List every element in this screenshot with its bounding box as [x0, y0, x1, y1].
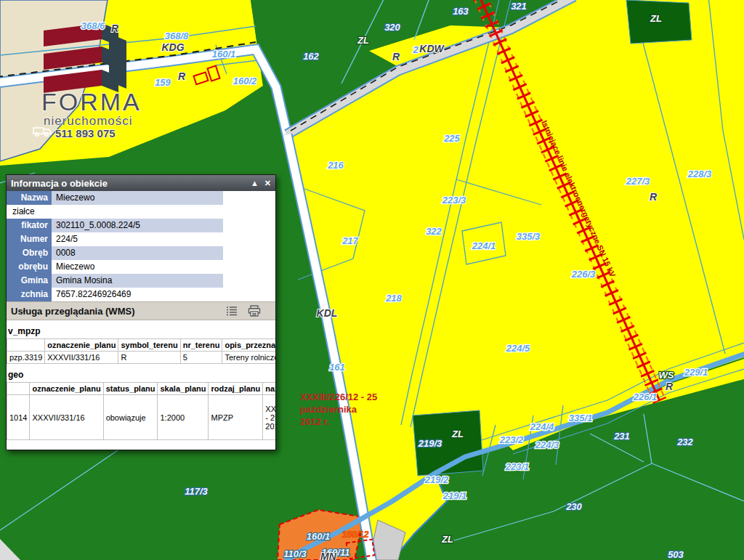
- table-cell: Tereny rolnicze: [222, 352, 276, 364]
- parcel-label: 230: [565, 501, 582, 512]
- parcel-label: 226/1: [633, 391, 658, 402]
- table-cell: MPZP: [209, 395, 263, 440]
- table-header: rodzaj_planu: [209, 383, 263, 395]
- parcel-label: ZL: [441, 534, 453, 545]
- parcel-label: 163: [453, 6, 469, 17]
- zone-symbol-label: R: [392, 51, 400, 62]
- attribute-row: Numer224/5: [7, 232, 275, 246]
- annotation-text: 2012 r.: [300, 416, 330, 427]
- attribute-value: Gmina Mosina: [52, 274, 223, 288]
- table-header: opis_przeznaczenia: [222, 339, 276, 352]
- table-cell: XXXVII/331/16: [45, 352, 118, 364]
- parcel-label: 2: [412, 44, 418, 55]
- annotation-text: XXXIII/226/12 - 25: [300, 391, 377, 402]
- table-cell: 5: [180, 352, 222, 364]
- parcel-label: 223/2: [499, 434, 524, 445]
- parcel-label: 224/4: [530, 421, 554, 432]
- popup-sections: v_mpzpoznaczenie_planusymbol_terenunr_te…: [7, 326, 275, 440]
- parcel-label: 224/1: [472, 240, 496, 251]
- attribute-row: NazwaMieczewo: [7, 191, 275, 205]
- parcel-label: 226/3: [571, 269, 596, 280]
- parcel-label: 160/12: [342, 529, 369, 540]
- parcel-label: WS: [659, 370, 674, 381]
- zone-symbol-label: MN: [320, 551, 337, 560]
- print-icon[interactable]: [248, 305, 261, 317]
- table-header: oznaczenie_planu: [30, 383, 103, 395]
- table-header: [7, 339, 45, 352]
- attribute-table: NazwaMieczewoziałcefikator302110_5.0008.…: [7, 191, 275, 301]
- zone-symbol-label: KDL: [317, 307, 338, 319]
- parcel-label: 232: [676, 437, 693, 447]
- attribute-label: Gmina: [7, 274, 52, 288]
- parcel-label: 110/3: [283, 548, 307, 559]
- attribute-label: Obręb: [7, 246, 52, 260]
- table-row: 1014XXXVII/331/16obowiązuje1:2000MPZPXXX…: [7, 395, 277, 440]
- wms-table: oznaczenie_planustatus_planuskala_planur…: [7, 382, 276, 440]
- table-cell: obowiązuje: [103, 395, 158, 440]
- table-header: [7, 383, 30, 395]
- wms-bar: Usługa przeglądania (WMS): [7, 301, 275, 320]
- attribute-value: Mieczewo: [52, 260, 223, 274]
- zone-symbol-label: R: [178, 70, 186, 82]
- close-icon[interactable]: ✕: [264, 175, 271, 191]
- table-header: oznaczenie_planu: [45, 339, 118, 352]
- logo-phone: 511 893 075: [55, 127, 116, 139]
- parcel-label: 218: [385, 293, 402, 304]
- zone-symbol-label: R: [650, 191, 658, 203]
- attribute-row: fikator302110_5.0008.224/5: [7, 219, 275, 232]
- zone-symbol-label: R: [111, 23, 119, 34]
- table-cell: R: [118, 352, 180, 364]
- attribute-label: Nazwa: [7, 191, 52, 205]
- popup-title: Informacja o obiekcie: [11, 178, 108, 189]
- table-header: nr_terenu: [180, 339, 222, 352]
- parcel-label: 368/6: [81, 20, 105, 31]
- wms-title: Usługa przeglądania (WMS): [11, 306, 134, 317]
- parcel-label: 160/2: [233, 76, 257, 86]
- parcel-label: 217: [341, 235, 358, 246]
- table-cell: XXXVII/331/16: [30, 395, 103, 440]
- minimize-button[interactable]: ▲: [251, 175, 259, 191]
- parcel-label: 162: [303, 51, 319, 62]
- attribute-row: GminaGmina Mosina: [7, 274, 275, 288]
- parcel-label: 117/3: [185, 486, 208, 497]
- parcel-label: 227/3: [626, 176, 650, 187]
- popup-titlebar[interactable]: Informacja o obiekcie ▲ ✕: [7, 175, 275, 191]
- parcel-label: 335/3: [517, 231, 541, 242]
- parcel-label: 228/3: [687, 169, 712, 179]
- parcel-label: 335/1: [569, 413, 593, 423]
- parcel-label: ZL: [357, 35, 369, 46]
- attribute-label: ziałce: [7, 205, 54, 219]
- annotation-text: października: [300, 404, 357, 415]
- logo-name: FORMA: [41, 88, 142, 115]
- parcel-label: 216: [327, 160, 344, 171]
- parcel-label: 160/1: [212, 49, 236, 60]
- attribute-value: Mieczewo: [52, 191, 223, 205]
- parcel-label: 231: [613, 431, 630, 442]
- parcel-label: 159: [155, 77, 171, 88]
- table-cell: pzp.3319: [7, 352, 45, 364]
- parcel-label: 219/1: [442, 490, 467, 501]
- wms-table: oznaczenie_planusymbol_terenunr_terenuop…: [7, 338, 276, 364]
- attribute-label: Numer: [7, 232, 52, 246]
- zone-symbol-label: R: [666, 381, 674, 392]
- object-info-popup: Informacja o obiekcie ▲ ✕ NazwaMieczewoz…: [6, 174, 276, 450]
- attribute-row: obrębuMieczewo: [7, 260, 275, 274]
- list-icon[interactable]: [226, 306, 238, 316]
- parcel-label: 320: [384, 22, 400, 33]
- attribute-value: 302110_5.0008.224/5: [52, 219, 223, 232]
- parcel-label: 223/1: [505, 461, 530, 472]
- section-title: v_mpzp: [8, 326, 275, 336]
- parcel-label: ZL: [650, 13, 662, 24]
- attribute-label: obrębu: [7, 260, 52, 274]
- parcel-label: 321: [511, 1, 527, 12]
- attribute-value: 7657.82246926469: [52, 288, 223, 301]
- table-header: status_planu: [103, 383, 158, 395]
- table-header: nazwa_plan: [263, 383, 276, 395]
- zone-symbol-label: KDG: [161, 41, 184, 53]
- parcel-label: 223/3: [442, 195, 466, 206]
- parcel-label: ZL: [451, 429, 464, 439]
- table-cell: 1:2000: [158, 395, 209, 440]
- forma-logo: FORMA nieruchomości 511 893 075: [33, 23, 142, 139]
- zone-symbol-label: KDW: [419, 43, 445, 54]
- parcel-label: 224/3: [535, 439, 559, 450]
